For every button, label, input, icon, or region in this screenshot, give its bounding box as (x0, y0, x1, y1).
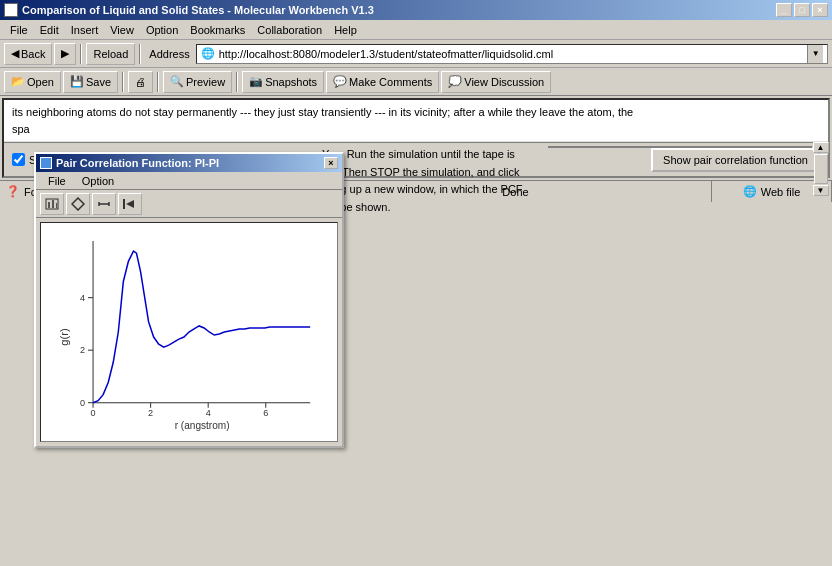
discussion-icon: 💭 (448, 75, 462, 88)
menu-insert[interactable]: Insert (65, 22, 105, 38)
help-icon: ❓ (6, 185, 20, 198)
web-icon: 🌐 (743, 185, 757, 198)
show-pcf-button[interactable]: Show pair correlation function (651, 148, 820, 172)
chart-icon (45, 198, 59, 210)
molecular-view: ◀◀ ◀| ▐▐ ▶| (548, 146, 812, 148)
sep4 (157, 72, 159, 92)
close-button[interactable]: × (812, 3, 828, 17)
menu-bookmarks[interactable]: Bookmarks (184, 22, 251, 38)
svg-text:g(r): g(r) (58, 328, 70, 346)
preview-button[interactable]: 🔍 Preview (163, 71, 232, 93)
open-button[interactable]: 📂 Open (4, 71, 61, 93)
dialog-close-button[interactable]: × (324, 157, 338, 169)
sep5 (236, 72, 238, 92)
body-text: You. Run the simulation until the tape i… (314, 142, 538, 150)
text-on-rest: g up a new window, in which the PCF will… (322, 183, 523, 213)
chart-svg: g(r) 0 2 4 (49, 231, 329, 433)
address-dropdown[interactable]: ▼ (807, 45, 823, 63)
menu-edit[interactable]: Edit (34, 22, 65, 38)
dialog-menu-option[interactable]: Option (74, 174, 122, 188)
dialog-icon (40, 157, 52, 169)
preview-icon: 🔍 (170, 75, 184, 88)
pcf-chart: g(r) 0 2 4 (40, 222, 338, 442)
menu-view[interactable]: View (104, 22, 140, 38)
text-line2: spa (12, 121, 820, 138)
camera-icon: 📷 (249, 75, 263, 88)
intro-text: its neighboring atoms do not stay perman… (4, 100, 828, 142)
svg-text:2: 2 (80, 345, 85, 355)
maximize-button[interactable]: □ (794, 3, 810, 17)
play-pause-icon (123, 198, 137, 210)
dialog-tb-btn3[interactable] (92, 193, 116, 215)
scroll-down-button[interactable]: ▼ (813, 185, 829, 196)
svg-text:2: 2 (148, 408, 153, 418)
svg-text:4: 4 (206, 408, 211, 418)
axis-icon (97, 199, 111, 209)
save-button[interactable]: 💾 Save (63, 71, 118, 93)
back-button[interactable]: ◀ Back (4, 43, 52, 65)
back-arrow-icon: ◀ (11, 47, 19, 60)
reload-button[interactable]: Reload (86, 43, 135, 65)
forward-button[interactable]: ▶ (54, 43, 76, 65)
print-button[interactable]: 🖨 (128, 71, 153, 93)
svg-text:4: 4 (80, 293, 85, 303)
print-icon: 🖨 (135, 76, 146, 88)
globe-icon: 🌐 (201, 47, 215, 60)
scroll-up-button[interactable]: ▲ (813, 142, 829, 153)
dialog-toolbar (36, 190, 342, 218)
navigation-toolbar: ◀ Back ▶ Reload Address 🌐 ▼ (0, 40, 832, 68)
svg-marker-9 (126, 200, 134, 208)
svg-rect-1 (48, 202, 50, 208)
text-you-rest: . Run the simulation until the tape is f… (322, 148, 520, 178)
scroll-track[interactable] (814, 154, 828, 184)
waals-checkbox[interactable] (12, 153, 25, 166)
svg-text:6: 6 (263, 408, 268, 418)
app-icon (4, 3, 18, 17)
separator (80, 44, 82, 64)
sep3 (122, 72, 124, 92)
separator2 (139, 44, 141, 64)
diamond-icon (71, 197, 85, 211)
pcf-dialog: Pair Correlation Function: PI-PI × File … (34, 152, 344, 448)
dialog-tb-btn2[interactable] (66, 193, 90, 215)
make-comments-button[interactable]: 💬 Make Comments (326, 71, 439, 93)
dialog-tb-btn1[interactable] (40, 193, 64, 215)
svg-text:0: 0 (80, 398, 85, 408)
dialog-menu-bar: File Option (36, 172, 342, 190)
svg-rect-3 (56, 203, 57, 208)
playback-bar: ◀◀ ◀| ▐▐ ▶| (549, 147, 811, 148)
address-input[interactable] (219, 48, 808, 60)
text-on-line: on tg up a new window, in which the PCF … (322, 181, 530, 216)
main-content: its neighboring atoms do not stay perman… (2, 98, 830, 178)
text-you-line: You. Run the simulation until the tape i… (322, 146, 530, 181)
snapshots-button[interactable]: 📷 Snapshots (242, 71, 324, 93)
open-icon: 📂 (11, 75, 25, 88)
minimize-button[interactable]: _ (776, 3, 792, 17)
menu-file[interactable]: File (4, 22, 34, 38)
comment-icon: 💬 (333, 75, 347, 88)
dialog-title-bar: Pair Correlation Function: PI-PI × (36, 154, 342, 172)
svg-marker-4 (72, 198, 84, 210)
menu-bar: File Edit Insert View Option Bookmarks C… (0, 20, 832, 40)
window-controls: _ □ × (776, 3, 828, 17)
view-discussion-button[interactable]: 💭 View Discussion (441, 71, 551, 93)
svg-text:0: 0 (91, 408, 96, 418)
text-line1: its neighboring atoms do not stay perman… (12, 104, 820, 121)
window-title: Comparison of Liquid and Solid States - … (22, 4, 374, 16)
dialog-menu-file[interactable]: File (40, 174, 74, 188)
dialog-tb-btn4[interactable] (118, 193, 142, 215)
scroll-thumb[interactable] (814, 154, 828, 184)
address-label: Address (149, 48, 189, 60)
menu-help[interactable]: Help (328, 22, 363, 38)
menu-collaboration[interactable]: Collaboration (251, 22, 328, 38)
svg-text:r (angstrom): r (angstrom) (175, 420, 230, 431)
action-toolbar: 📂 Open 💾 Save 🖨 🔍 Preview 📷 Snapshots 💬 … (0, 68, 832, 96)
menu-option[interactable]: Option (140, 22, 184, 38)
address-bar[interactable]: 🌐 ▼ (196, 44, 828, 64)
title-bar: Comparison of Liquid and Solid States - … (0, 0, 832, 20)
svg-rect-2 (52, 200, 54, 208)
save-icon: 💾 (70, 75, 84, 88)
